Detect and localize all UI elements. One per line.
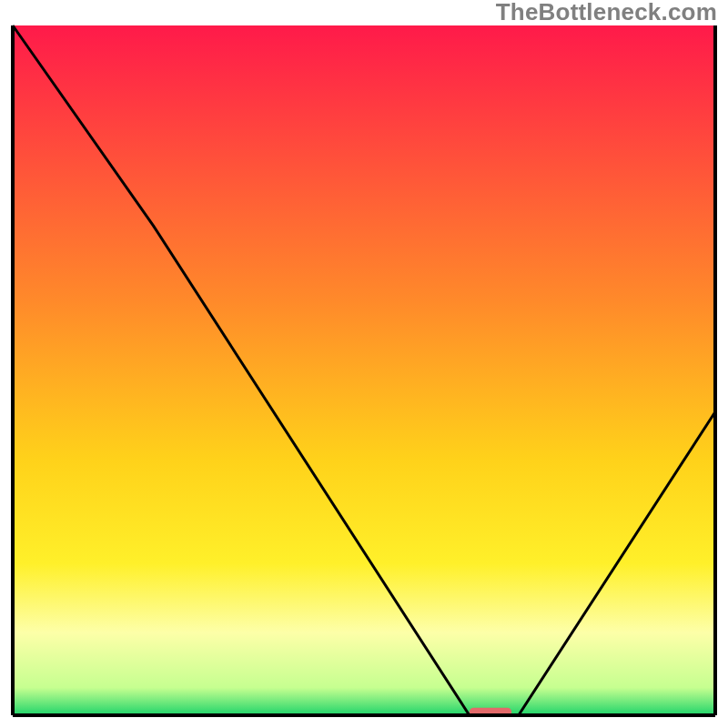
gradient-background bbox=[13, 25, 715, 715]
bottleneck-chart bbox=[0, 0, 728, 728]
watermark-text: TheBottleneck.com bbox=[496, 0, 717, 24]
chart-frame: TheBottleneck.com bbox=[0, 0, 728, 728]
